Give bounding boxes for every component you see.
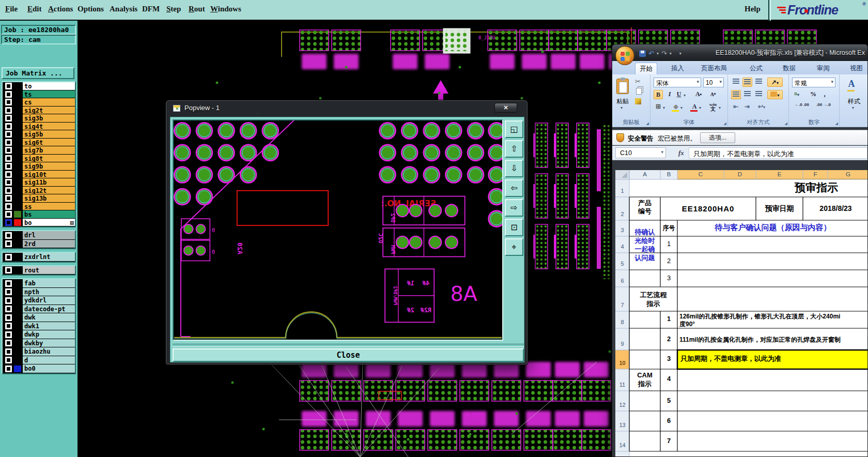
layer-label-wrap[interactable]: bo⊞ [23,219,75,227]
row-header-10[interactable]: 10 [615,360,629,366]
zoom-fit-button[interactable]: ⊡ [505,219,523,236]
comma-style-button[interactable]: ， [820,90,829,99]
menu-options[interactable]: Options [78,5,104,13]
layer-visibility-checkbox[interactable] [5,179,12,186]
layer-label[interactable]: dwkp [23,330,75,339]
layer-color-swatch[interactable] [14,348,21,355]
layer-label[interactable]: to [23,82,75,90]
col-header-g[interactable]: G [828,171,868,177]
layer-visibility-checkbox[interactable] [5,331,12,338]
layer-color-swatch[interactable] [14,155,21,162]
styles-caret-icon[interactable]: ▾ [852,105,854,110]
cut-icon[interactable]: ✂ [635,78,641,85]
layer-visibility-checkbox[interactable] [5,115,12,121]
zoom-extents-button[interactable]: ⌖ [505,238,523,256]
number-dialog-launcher-icon[interactable]: ◢ [835,121,838,126]
pan-left-button[interactable]: ⇦ [505,179,523,197]
layer-color-swatch[interactable] [14,280,21,287]
layer-label[interactable]: drl [23,231,75,240]
layer-label[interactable]: ts [23,90,75,99]
col-header-d[interactable]: D [724,171,756,177]
layer-label[interactable]: dwk1 [23,322,75,331]
cell-note-10-selected[interactable]: 只加周期，不盖电测章，以此为准 [680,354,866,363]
layer-label[interactable]: bs [23,210,75,219]
popview-new-window-button[interactable]: ◱ [505,120,523,138]
popview-close-button[interactable]: Close [173,348,524,362]
pan-up-button[interactable]: ⇧ [505,140,523,158]
layer-label[interactable]: dwk [23,313,75,322]
phonetic-caret-icon[interactable]: ▾ [719,105,721,110]
layer-visibility-checkbox[interactable] [5,306,12,312]
layer-visibility-checkbox[interactable] [5,99,12,105]
layer-visibility-checkbox[interactable] [5,107,12,114]
layer-color-swatch[interactable] [14,331,21,338]
row-header-11[interactable]: 11 [615,382,629,388]
increase-indent-button[interactable]: ⇥ [742,102,752,112]
tab-formulas[interactable]: 公式 [746,63,767,74]
layer-label[interactable]: sig3b [23,114,75,123]
layer-label[interactable]: ss [23,203,75,211]
layer-visibility-checkbox[interactable] [5,83,12,89]
undo-caret-icon[interactable]: ▾ [657,51,659,56]
layer-visibility-checkbox[interactable] [5,357,12,363]
layer-color-swatch[interactable] [14,83,21,89]
redo-icon[interactable]: ↷ [661,50,667,57]
layer-visibility-checkbox[interactable] [5,288,12,295]
pan-down-button[interactable]: ⇩ [505,160,523,177]
layer-label[interactable]: 2rd [23,240,75,249]
phonetic-button[interactable]: wén文 [708,102,718,112]
percent-style-button[interactable]: % [809,90,818,99]
font-dialog-launcher-icon[interactable]: ◢ [724,121,726,126]
layer-visibility-checkbox[interactable] [5,91,12,98]
layer-label[interactable]: bo0 [23,364,75,373]
layer-visibility-checkbox[interactable] [5,211,12,218]
job-matrix-button[interactable]: Job Matrix ... [2,67,74,79]
layer-color-swatch[interactable] [14,195,21,202]
merge-center-button[interactable]: ▾ [767,90,783,99]
align-middle-button[interactable] [742,78,752,87]
copy-icon[interactable] [636,88,642,95]
layer-visibility-checkbox[interactable] [5,314,12,321]
layer-visibility-checkbox[interactable] [5,365,12,372]
layer-visibility-checkbox[interactable] [5,139,12,146]
alignment-dialog-launcher-icon[interactable]: ◢ [785,121,787,126]
layer-visibility-checkbox[interactable] [5,280,12,287]
layer-color-swatch[interactable] [14,306,21,312]
cell-styles-icon[interactable]: A [847,79,856,88]
layer-color-swatch[interactable] [14,323,21,329]
layer-color-swatch[interactable] [14,203,21,210]
formula-input[interactable]: 只加周期，不盖电测章，以此为准 [689,147,867,159]
layer-color-swatch[interactable] [14,91,21,98]
layer-label[interactable]: sig13b [23,194,75,203]
layer-visibility-checkbox[interactable] [5,232,12,239]
col-header-b[interactable]: B [660,171,677,177]
borders-caret-icon[interactable]: ▾ [663,105,665,110]
layer-visibility-checkbox[interactable] [5,297,12,304]
security-options-button[interactable]: 选项... [700,132,735,143]
layer-visibility-checkbox[interactable] [5,203,12,210]
layer-color-swatch[interactable] [14,147,21,154]
row-header-14[interactable]: 14 [615,442,629,448]
tab-insert[interactable]: 插入 [667,63,688,74]
layer-color-swatch[interactable] [14,179,21,186]
row-header-13[interactable]: 13 [615,422,629,428]
shrink-font-button[interactable]: A▾ [708,90,718,99]
menu-file[interactable]: File [5,5,18,13]
bold-button[interactable]: B [654,90,663,99]
number-format-select[interactable]: 常规▾ [792,78,835,87]
align-left-button[interactable] [731,90,741,99]
layer-label[interactable]: sig5b [23,130,75,139]
office-button[interactable] [615,46,634,65]
wrap-text-button[interactable]: ↩▾ [757,102,766,112]
align-bottom-button[interactable] [754,78,763,87]
menu-windows[interactable]: Windows [210,5,241,13]
popview-view-canvas[interactable]: 0 0 SERIAL NO.: A20 DP2 PWM [173,119,503,341]
layer-color-swatch[interactable] [14,131,21,138]
popview-close-x-button[interactable]: × [494,103,517,113]
layer-visibility-checkbox[interactable] [5,219,12,226]
row-header-5[interactable]: 5 [615,261,629,267]
layer-label[interactable]: sig11b [23,178,75,187]
row-header-8[interactable]: 8 [615,319,629,325]
row-header-12[interactable]: 12 [615,402,629,408]
layer-color-swatch[interactable] [14,171,21,178]
